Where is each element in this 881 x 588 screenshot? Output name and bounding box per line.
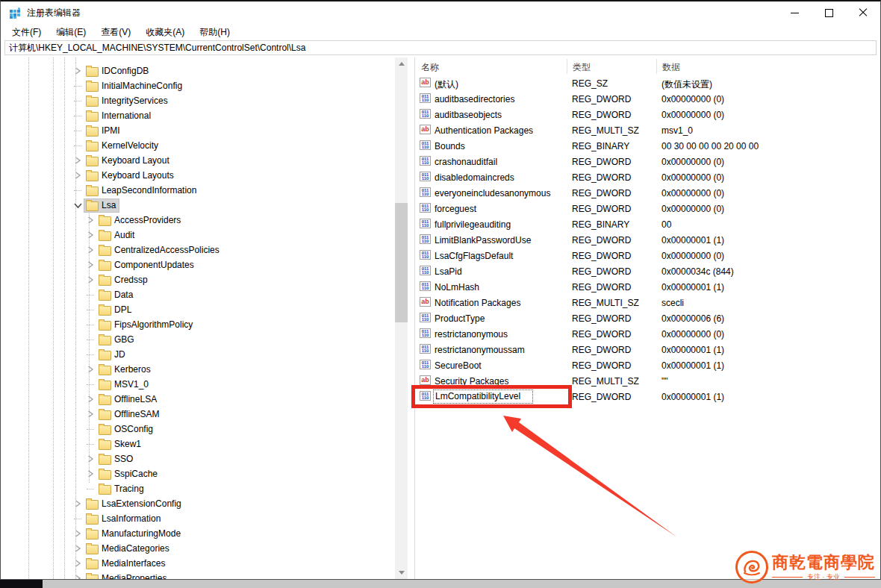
tree-item[interactable]: Data [1, 287, 413, 302]
tree-node[interactable]: AccessProviders [96, 213, 184, 228]
chevron-right-icon[interactable] [84, 408, 96, 420]
value-row[interactable]: 011110ProductTypeREG_DWORD0x00000006 (6) [417, 310, 880, 326]
chevron-right-icon[interactable] [72, 572, 84, 579]
tree-node[interactable]: InitialMachineConfig [84, 79, 186, 93]
menu-item[interactable]: 文件(F) [4, 24, 49, 41]
tree-item[interactable]: ManufacturingMode [1, 526, 413, 541]
minimize-button[interactable] [777, 1, 812, 24]
tree-item[interactable]: Lsa [1, 198, 413, 213]
tree-node[interactable]: ComponentUpdates [96, 258, 198, 272]
tree-node[interactable]: Skew1 [96, 437, 145, 451]
tree-item[interactable]: MSV1_0 [1, 377, 413, 392]
tree-node[interactable]: IntegrityServices [84, 94, 172, 108]
tree-node[interactable]: GBG [96, 333, 138, 347]
chevron-right-icon[interactable] [72, 528, 84, 539]
tree-item[interactable]: MediaProperties [1, 571, 413, 579]
tree-item[interactable]: LsaInformation [1, 511, 413, 526]
value-row[interactable]: 011110auditbaseobjectsREG_DWORD0x0000000… [417, 107, 880, 122]
column-header-type[interactable]: 类型 [573, 61, 591, 74]
tree-node[interactable]: Data [96, 288, 137, 302]
tree-node[interactable]: ManufacturingMode [84, 527, 184, 541]
value-row[interactable]: 011110LimitBlankPasswordUseREG_DWORD0x00… [417, 232, 880, 248]
tree-node[interactable]: Keyboard Layout [84, 154, 173, 168]
tree-item[interactable]: LeapSecondInformation [1, 183, 413, 198]
chevron-right-icon[interactable] [84, 453, 96, 465]
tree-item[interactable]: IPMI [1, 123, 413, 138]
chevron-right-icon[interactable] [72, 65, 84, 77]
value-row[interactable]: 011110forceguestREG_DWORD0x00000000 (0) [417, 201, 880, 216]
chevron-right-icon[interactable] [72, 169, 84, 181]
tree-node[interactable]: MediaProperties [84, 572, 170, 580]
menu-item[interactable]: 帮助(H) [192, 24, 237, 41]
menu-item[interactable]: 查看(V) [93, 24, 138, 41]
menu-item[interactable]: 编辑(E) [49, 24, 93, 41]
tree-item[interactable]: JD [1, 347, 413, 362]
tree-node[interactable]: Tracing [96, 482, 148, 496]
menu-item[interactable]: 收藏夹(A) [138, 24, 192, 41]
value-row[interactable]: 011110LmCompatibilityLevelREG_DWORD0x000… [417, 389, 880, 404]
value-row[interactable]: 011110SecureBootREG_DWORD0x00000001 (1) [417, 357, 880, 373]
tree-item[interactable]: Tracing [1, 481, 413, 496]
chevron-right-icon[interactable] [72, 557, 84, 569]
tree-node[interactable]: Kerberos [96, 363, 155, 377]
tree-node[interactable]: OfflineSAM [96, 407, 163, 422]
selected-tree-node[interactable]: Lsa [84, 198, 119, 213]
tree-item[interactable]: SspiCache [1, 466, 413, 481]
tree-node[interactable]: MSV1_0 [96, 378, 152, 392]
value-row[interactable]: 011110disabledomaincredsREG_DWORD0x00000… [417, 169, 880, 185]
tree-item[interactable]: IDConfigDB [1, 63, 413, 78]
tree-item[interactable]: Audit [1, 228, 413, 243]
tree-scrollbar[interactable] [395, 57, 408, 579]
tree-node[interactable]: FipsAlgorithmPolicy [96, 318, 196, 332]
tree-node[interactable]: CentralizedAccessPolicies [96, 243, 223, 257]
close-button[interactable] [846, 1, 880, 24]
tree-item[interactable]: Credssp [1, 272, 413, 287]
tree-node[interactable]: LeapSecondInformation [84, 184, 200, 198]
scrollbar-down-button[interactable] [395, 566, 408, 579]
tree-node[interactable]: SSO [96, 452, 137, 466]
chevron-right-icon[interactable] [84, 393, 96, 405]
tree-item[interactable]: Keyboard Layout [1, 153, 413, 168]
value-row[interactable]: ab(默认)REG_SZ(数值未设置) [417, 75, 880, 91]
tree-item[interactable]: IntegrityServices [1, 93, 413, 108]
value-row[interactable]: 011110BoundsREG_BINARY00 30 00 00 00 20 … [417, 138, 880, 154]
tree-item[interactable]: MediaInterfaces [1, 556, 413, 571]
tree-item[interactable]: AccessProviders [1, 213, 413, 228]
chevron-right-icon[interactable] [84, 244, 96, 256]
chevron-right-icon[interactable] [84, 274, 96, 286]
tree-node[interactable]: IDConfigDB [84, 64, 152, 78]
tree-item[interactable]: Skew1 [1, 437, 413, 451]
tree-item[interactable]: GBG [1, 332, 413, 347]
value-row[interactable]: 011110auditbasedirectoriesREG_DWORD0x000… [417, 91, 880, 107]
tree-node[interactable]: MediaCategories [84, 542, 173, 556]
column-separator[interactable] [656, 59, 657, 74]
tree-item[interactable]: MediaCategories [1, 541, 413, 556]
tree-item[interactable]: LsaExtensionConfig [1, 496, 413, 511]
tree-node[interactable]: Keyboard Layouts [84, 169, 178, 183]
tree-item[interactable]: Keyboard Layouts [1, 168, 413, 183]
chevron-down-icon[interactable] [72, 199, 84, 211]
tree-item[interactable]: ComponentUpdates [1, 257, 413, 272]
value-row[interactable]: 011110restrictanonymoussamREG_DWORD0x000… [417, 342, 880, 357]
chevron-right-icon[interactable] [72, 154, 84, 166]
scrollbar-up-button[interactable] [395, 57, 408, 70]
tree-item[interactable]: International [1, 108, 413, 123]
tree-node[interactable]: Audit [96, 228, 138, 243]
values-pane[interactable]: 名称 类型 数据 ab(默认)REG_SZ(数值未设置)011110auditb… [417, 57, 880, 579]
value-row[interactable]: 011110NoLmHashREG_DWORD0x00000001 (1) [417, 279, 880, 295]
tree-item[interactable]: OfflineLSA [1, 392, 413, 407]
value-row[interactable]: 011110fullprivilegeauditingREG_BINARY00 [417, 216, 880, 232]
value-row[interactable]: 011110everyoneincludesanonymousREG_DWORD… [417, 185, 880, 201]
tree-node[interactable]: IPMI [84, 124, 124, 138]
registry-tree-pane[interactable]: IDConfigDBInitialMachineConfigIntegrityS… [1, 57, 413, 579]
chevron-right-icon[interactable] [84, 363, 96, 375]
tree-node[interactable]: MediaInterfaces [84, 557, 169, 571]
tree-item[interactable]: OSConfig [1, 422, 413, 437]
tree-node[interactable]: LsaExtensionConfig [84, 497, 185, 511]
scrollbar-thumb[interactable] [395, 203, 408, 322]
tree-item[interactable]: SSO [1, 451, 413, 466]
value-row[interactable]: abAuthentication PackagesREG_MULTI_SZmsv… [417, 122, 880, 138]
tree-item[interactable]: InitialMachineConfig [1, 78, 413, 93]
value-row[interactable]: 011110LsaPidREG_DWORD0x0000034c (844) [417, 263, 880, 279]
maximize-button[interactable] [812, 1, 846, 24]
